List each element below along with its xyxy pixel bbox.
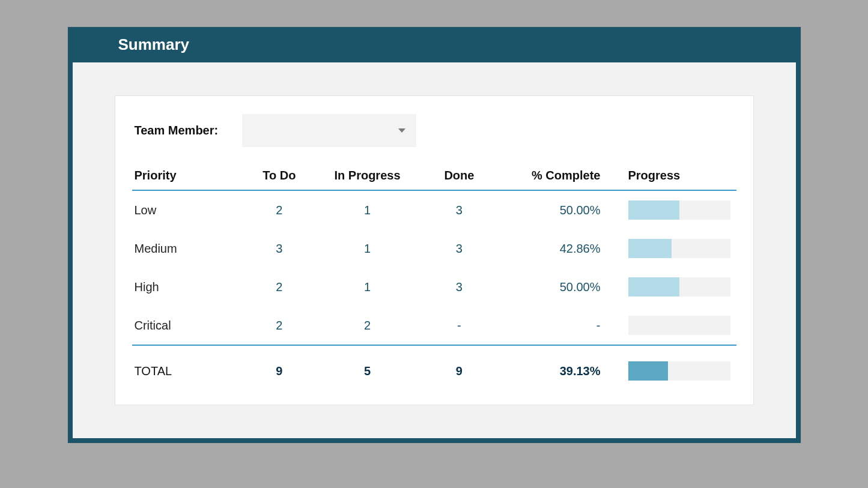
col-done: Done [422,164,500,190]
team-member-label: Team Member: [135,124,219,137]
progress-fill [628,239,672,258]
summary-card: Summary Team Member: Priority To Do [68,27,801,443]
cell-pct: 50.00% [500,268,615,306]
progress-bar [628,277,730,297]
progress-fill [628,361,669,381]
total-done: 9 [422,346,500,387]
total-progress [615,346,736,387]
col-inprogress: In Progress [316,164,422,190]
total-pct: 39.13% [500,346,615,387]
cell-priority: Low [132,190,246,229]
table-header-row: Priority To Do In Progress Done % Comple… [132,164,736,190]
progress-bar [628,361,730,381]
summary-panel: Team Member: Priority To Do In Progress … [115,95,754,405]
summary-table: Priority To Do In Progress Done % Comple… [132,164,736,387]
total-todo: 9 [246,346,317,387]
progress-bar [628,316,730,335]
table-row: Critical 2 2 - - [132,306,736,345]
cell-progress [615,306,736,345]
cell-pct: 50.00% [500,190,615,229]
card-body: Team Member: Priority To Do In Progress … [73,62,796,438]
filter-row: Team Member: [132,114,736,147]
cell-inprogress: 1 [316,229,422,268]
cell-priority: Critical [132,306,246,345]
total-inprogress: 5 [316,346,422,387]
cell-inprogress: 1 [316,268,422,306]
cell-done: 3 [422,229,500,268]
progress-bar [628,200,730,220]
card-title: Summary [68,27,801,62]
cell-priority: Medium [132,229,246,268]
cell-done: - [422,306,500,345]
cell-todo: 2 [246,190,317,229]
progress-fill [628,277,679,297]
team-member-dropdown[interactable] [242,114,416,147]
cell-todo: 2 [246,268,317,306]
col-priority: Priority [132,164,246,190]
cell-todo: 3 [246,229,317,268]
table-row: High 2 1 3 50.00% [132,268,736,306]
cell-inprogress: 1 [316,190,422,229]
cell-todo: 2 [246,306,317,345]
total-label: TOTAL [132,346,246,387]
cell-done: 3 [422,190,500,229]
table-total-row: TOTAL 9 5 9 39.13% [132,346,736,387]
cell-progress [615,229,736,268]
progress-bar [628,239,730,258]
cell-priority: High [132,268,246,306]
table-row: Medium 3 1 3 42.86% [132,229,736,268]
chevron-down-icon [398,128,405,133]
cell-pct: 42.86% [500,229,615,268]
cell-pct: - [500,306,615,345]
cell-inprogress: 2 [316,306,422,345]
cell-progress [615,190,736,229]
table-row: Low 2 1 3 50.00% [132,190,736,229]
col-todo: To Do [246,164,317,190]
progress-fill [628,200,679,220]
cell-done: 3 [422,268,500,306]
cell-progress [615,268,736,306]
col-progress: Progress [615,164,736,190]
col-pct: % Complete [500,164,615,190]
